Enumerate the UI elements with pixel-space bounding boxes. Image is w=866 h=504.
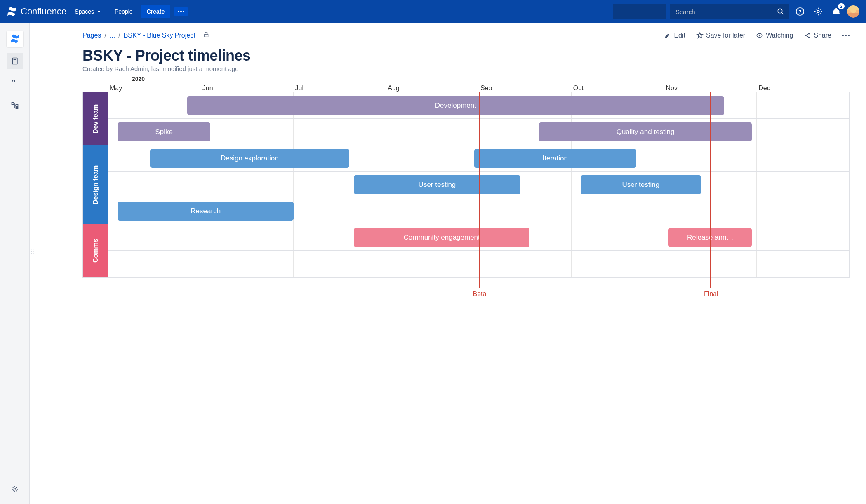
roadmap-milestone[interactable]: Beta: [479, 92, 480, 288]
eye-icon: [756, 32, 763, 39]
roadmap-month: Aug: [386, 85, 479, 92]
roadmap-grid: DevelopmentSpikeQuality and testingDesig…: [108, 92, 849, 277]
restrictions-icon[interactable]: [203, 31, 209, 40]
left-sidebar: ”: [0, 23, 30, 504]
page-content: Pages / ... / BSKY - Blue Sky Project Ed…: [30, 23, 866, 504]
sidebar-blog[interactable]: ”: [7, 75, 23, 92]
save-label: Save for later: [706, 32, 745, 39]
roadmap-lane-design: Design team: [83, 145, 108, 224]
dots-icon: [178, 11, 184, 12]
search-icon: [777, 8, 784, 15]
roadmap-bar[interactable]: Iteration: [474, 149, 636, 168]
roadmap-header: MayJunJulAugSepOctNovDec: [108, 85, 850, 92]
breadcrumb: Pages / ... / BSKY - Blue Sky Project: [82, 31, 209, 40]
roadmap-lane-comms: Comms: [83, 224, 108, 277]
svg-text:?: ?: [798, 9, 802, 15]
edit-label: Edit: [674, 32, 685, 39]
svg-point-2: [183, 11, 184, 12]
help-icon: ?: [795, 7, 805, 16]
quote-icon: ”: [10, 79, 19, 88]
roadmap-bar[interactable]: Research: [118, 202, 294, 221]
svg-point-15: [14, 488, 16, 490]
gear-icon: [814, 7, 823, 16]
confluence-icon: [7, 6, 17, 17]
confluence-mark-icon: [10, 34, 20, 44]
top-nav: Confluence Spaces People Create ? 2: [0, 0, 866, 23]
confluence-logo[interactable]: Confluence: [7, 6, 66, 17]
nav-spaces-label: Spaces: [75, 8, 94, 15]
svg-point-1: [180, 11, 182, 12]
settings-button[interactable]: [811, 4, 826, 19]
page-more-button[interactable]: [842, 32, 850, 39]
svg-point-0: [178, 11, 179, 12]
svg-point-3: [778, 9, 782, 13]
svg-point-7: [817, 10, 819, 13]
chevron-down-icon: [96, 9, 101, 14]
share-label: Share: [814, 32, 831, 39]
svg-line-4: [781, 12, 784, 14]
pencil-icon: [664, 32, 671, 39]
nav-more-button[interactable]: [174, 7, 188, 16]
breadcrumb-ellipsis[interactable]: ...: [110, 32, 115, 39]
roadmap-month: May: [108, 85, 201, 92]
roadmap-bar[interactable]: User testing: [354, 175, 520, 194]
roadmap-lane-dev: Dev team: [83, 92, 108, 145]
roadmap-bar[interactable]: Quality and testing: [539, 122, 752, 141]
roadmap-milestone-label: Final: [704, 290, 718, 298]
nav-people-label: People: [115, 8, 133, 15]
gear-icon: [11, 485, 19, 493]
svg-point-21: [842, 35, 844, 36]
save-later-button[interactable]: Save for later: [696, 32, 745, 39]
sidebar-pages[interactable]: [7, 53, 23, 69]
roadmap-bar[interactable]: User testing: [581, 175, 701, 194]
tree-icon: [11, 101, 19, 110]
roadmap-milestone-label: Beta: [473, 290, 487, 298]
create-button[interactable]: Create: [141, 5, 171, 18]
roadmap-month: Jun: [201, 85, 294, 92]
create-label: Create: [147, 8, 165, 15]
page-icon: [11, 57, 19, 65]
roadmap-year: 2020: [132, 75, 145, 82]
roadmap-month: Dec: [757, 85, 850, 92]
search-box[interactable]: [670, 4, 789, 19]
nav-people[interactable]: People: [110, 5, 138, 18]
notifications-button[interactable]: 2: [829, 4, 844, 19]
roadmap-month: Nov: [664, 85, 757, 92]
star-icon: [696, 32, 704, 39]
roadmap-bar[interactable]: Development: [187, 96, 724, 115]
svg-text:”: ”: [11, 79, 15, 87]
nav-placeholder: [613, 4, 666, 19]
sidebar-settings[interactable]: [7, 481, 23, 497]
help-button[interactable]: ?: [793, 4, 807, 19]
svg-rect-13: [16, 105, 18, 107]
svg-point-17: [759, 35, 761, 37]
roadmap-bar[interactable]: Spike: [118, 122, 210, 141]
roadmap-bar[interactable]: Community engagement: [354, 228, 530, 247]
roadmap-lane-labels: Dev teamDesign teamComms: [83, 92, 108, 277]
share-icon: [804, 32, 811, 39]
share-button[interactable]: Share: [804, 32, 831, 39]
notifications-badge: 2: [838, 3, 845, 9]
svg-rect-14: [16, 107, 18, 108]
roadmap-month: Oct: [572, 85, 664, 92]
roadmap-milestone[interactable]: Final: [710, 92, 711, 288]
sidebar-tree[interactable]: [7, 97, 23, 114]
roadmap-month: Sep: [479, 85, 572, 92]
space-icon-button[interactable]: [7, 31, 23, 47]
user-avatar[interactable]: [847, 5, 859, 18]
product-name: Confluence: [21, 6, 66, 17]
roadmap-bar[interactable]: Design exploration: [150, 149, 349, 168]
svg-point-22: [845, 35, 847, 36]
breadcrumb-parent[interactable]: BSKY - Blue Sky Project: [124, 32, 195, 39]
edit-button[interactable]: Edit: [664, 32, 685, 39]
nav-spaces[interactable]: Spaces: [70, 5, 106, 18]
roadmap-month: Jul: [294, 85, 386, 92]
watching-button[interactable]: Watching: [756, 32, 793, 39]
breadcrumb-root[interactable]: Pages: [82, 32, 101, 39]
search-input[interactable]: [675, 8, 777, 16]
page-byline: Created by Rach Admin, last modified jus…: [82, 65, 850, 72]
svg-rect-12: [12, 103, 14, 105]
svg-point-23: [848, 35, 850, 36]
watching-label: Watching: [766, 32, 793, 39]
dots-icon: [842, 32, 850, 39]
